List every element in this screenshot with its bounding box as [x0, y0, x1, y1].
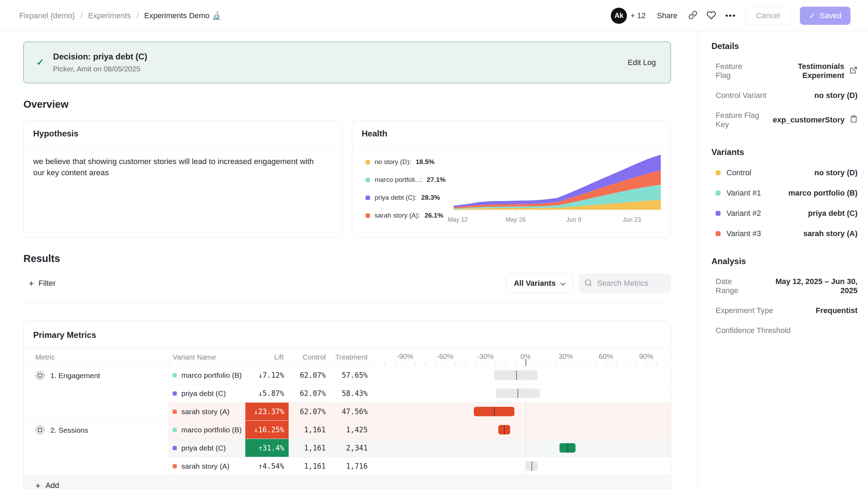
- variant-swatch: [716, 170, 721, 175]
- variant-swatch: [173, 373, 177, 377]
- right-sidebar: DetailsFeature FlagTestimonials Experime…: [697, 31, 868, 489]
- legend-value: 27.1%: [427, 176, 446, 184]
- body: ✓ Decision: priya debt (C) Picker, Amit …: [0, 31, 868, 489]
- variant-cell: marco portfolio (B): [169, 421, 245, 439]
- breadcrumb-item[interactable]: Fixpanel {demo}: [19, 11, 75, 20]
- avatar-initials: Ak: [615, 12, 624, 20]
- confidence-interval-cell: [372, 457, 671, 475]
- table-row[interactable]: priya debt (C)↑31.4%1,1612,341: [169, 439, 671, 457]
- variants-dropdown[interactable]: All Variants: [506, 274, 573, 293]
- variant-slot-name: Variant #2: [726, 209, 761, 218]
- sidebar-heading-details: Details: [711, 41, 858, 51]
- lift-axis-zero-tick: [526, 359, 526, 366]
- metric-name: 2. Sessions: [50, 425, 88, 435]
- legend-swatch: [366, 178, 370, 182]
- col-header-treatment: Treatment: [331, 353, 372, 361]
- legend-swatch: [366, 213, 370, 218]
- field-label: Date Range: [716, 277, 757, 295]
- decision-subtitle: Picker, Amit on 08/05/2025: [53, 65, 147, 73]
- metric-group: 1. Engagementmarco portfolio (B)↓7.12%62…: [24, 366, 671, 420]
- variant-swatch: [716, 211, 721, 216]
- add-metric-button[interactable]: + Add: [24, 475, 671, 489]
- variant-swatch: [173, 446, 177, 450]
- col-header-lift: Lift: [245, 353, 289, 361]
- favorite-button[interactable]: [707, 10, 716, 21]
- variant-slot-name: Variant #3: [726, 229, 761, 238]
- variant-row: Variant #1marco portfolio (B): [716, 189, 858, 198]
- metric-group: 2. Sessionsmarco portfolio (B)↓16.25%1,1…: [24, 420, 671, 475]
- table-row[interactable]: marco portfolio (B)↓7.12%62.07%57.65%: [169, 366, 671, 384]
- top-bar: Fixpanel {demo}/Experiments/Experiments …: [0, 0, 868, 31]
- lift-axis-minor-tick: [465, 362, 465, 366]
- lift-axis-minor-tick: [666, 362, 667, 366]
- heart-icon: [707, 10, 716, 21]
- collaborator-count: + 12: [630, 11, 645, 20]
- variant-swatch: [173, 428, 177, 432]
- lift-axis-minor-tick: [596, 362, 596, 366]
- lift-axis-minor-tick: [405, 362, 405, 366]
- lift-axis-minor-tick: [536, 362, 536, 366]
- field-value: May 12, 2025 – Jun 30, 2025: [757, 277, 858, 295]
- results-toolbar: + Filter All Variants: [23, 274, 671, 303]
- metric-cell: 1. Engagement: [24, 366, 169, 420]
- saved-button[interactable]: ✓ Saved: [800, 7, 851, 25]
- variant-cell: sarah story (A): [169, 403, 245, 420]
- estimate-tick: [518, 389, 518, 398]
- lift-axis-minor-tick: [435, 362, 435, 366]
- avatar[interactable]: Ak: [611, 8, 627, 24]
- variant-cell: priya debt (C): [169, 439, 245, 457]
- estimate-tick: [494, 407, 495, 416]
- edit-log-button[interactable]: Edit Log: [625, 58, 658, 68]
- estimate-tick: [531, 461, 532, 471]
- health-title: Health: [352, 120, 670, 146]
- metric-rows: marco portfolio (B)↓16.25%1,1611,425priy…: [169, 421, 671, 475]
- search-input[interactable]: [596, 278, 665, 288]
- lift-axis-minor-tick: [475, 362, 476, 366]
- analysis-row: Experiment TypeFrequentist: [716, 306, 858, 315]
- more-options-button[interactable]: •••: [725, 11, 736, 21]
- lift-axis-minor-tick: [546, 362, 546, 366]
- variant-row: Variant #3sarah story (A): [716, 229, 858, 238]
- variant-cell: priya debt (C): [169, 384, 245, 402]
- lift-axis-label: 60%: [599, 352, 613, 361]
- table-row[interactable]: priya debt (C)↓5.87%62.07%58.43%: [169, 384, 671, 402]
- cancel-button[interactable]: Cancel: [745, 6, 791, 25]
- stacked-area-chart: [454, 150, 661, 214]
- variant-row: Variant #2priya debt (C): [716, 209, 858, 218]
- variant-swatch: [173, 410, 177, 414]
- table-row[interactable]: marco portfolio (B)↓16.25%1,1611,425: [169, 421, 671, 439]
- primary-metrics-title: Primary Metrics: [24, 321, 671, 348]
- variant-value: marco portfolio (B): [788, 189, 858, 198]
- lift-cell: ↓5.87%: [245, 384, 289, 402]
- add-filter-button[interactable]: + Filter: [23, 279, 56, 288]
- hypothesis-title: Hypothesis: [24, 120, 342, 146]
- control-cell: 1,161: [289, 457, 331, 475]
- details-row: Control Variantno story (D): [716, 91, 858, 100]
- breadcrumb-separator: /: [80, 11, 82, 20]
- breadcrumb-item[interactable]: Experiments: [88, 11, 131, 20]
- table-row[interactable]: sarah story (A)↓23.37%62.07%47.56%: [169, 402, 671, 420]
- legend-item: marco portfoli...: 27.1%: [366, 176, 454, 184]
- clipboard-icon[interactable]: [850, 115, 858, 125]
- copy-link-button[interactable]: [688, 10, 697, 21]
- table-row[interactable]: sarah story (A)↑4.54%1,1611,716: [169, 457, 671, 475]
- control-cell: 1,161: [289, 421, 331, 439]
- analysis-row: Confidence Threshold: [716, 326, 858, 335]
- variant-label: Control: [716, 168, 751, 177]
- variant-cell: sarah story (A): [169, 457, 245, 475]
- share-button[interactable]: Share: [655, 11, 680, 21]
- metric-name: 1. Engagement: [50, 371, 100, 380]
- confidence-interval-cell: [372, 421, 671, 439]
- sidebar-heading-analysis: Analysis: [711, 256, 858, 266]
- confidence-interval-cell: [372, 439, 671, 457]
- variant-label: Variant #1: [716, 189, 761, 198]
- field-value-text: May 12, 2025 – Jun 30, 2025: [757, 277, 858, 295]
- lift-axis-minor-tick: [505, 362, 506, 366]
- health-chart: May 12May 26Jun 9Jun 23: [454, 150, 661, 225]
- external-link-icon[interactable]: [849, 66, 858, 76]
- variant-swatch: [716, 231, 721, 236]
- hypothesis-body: we believe that showing customer stories…: [24, 146, 342, 178]
- variant-cell: marco portfolio (B): [169, 366, 245, 384]
- confidence-interval-cell: [372, 403, 671, 420]
- lift-axis-minor-tick: [455, 362, 456, 366]
